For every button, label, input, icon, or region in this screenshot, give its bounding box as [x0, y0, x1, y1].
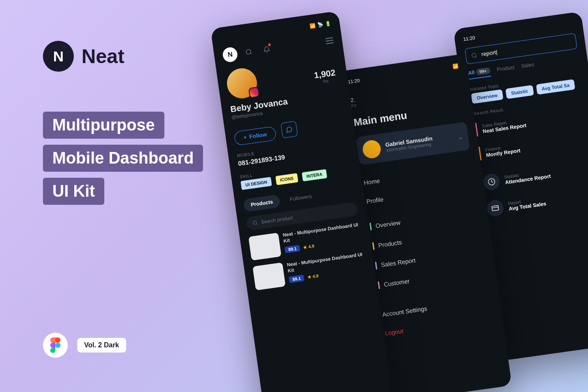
status-time: 11:20: [348, 77, 360, 84]
status-bar: 11:20 📶: [348, 64, 459, 85]
search-icon: [252, 220, 258, 226]
card-icon: [486, 199, 504, 217]
menu-indicator: [375, 262, 377, 270]
headline-line-1: Multipurpose: [43, 112, 164, 139]
search-placeholder: Search product: [261, 215, 293, 225]
brand-name: Neat: [82, 45, 124, 68]
search-input[interactable]: [481, 39, 571, 58]
tab-products[interactable]: Products: [243, 194, 280, 212]
topic-tag[interactable]: Statstic: [505, 85, 533, 99]
signal-icon: 📶: [452, 64, 459, 70]
search-icon: [471, 52, 478, 59]
status-time: 11:20: [463, 35, 476, 42]
bell-icon[interactable]: [259, 42, 274, 57]
clock-icon: [482, 173, 501, 191]
product-thumbnail: [252, 262, 285, 290]
figma-icon: [43, 333, 68, 358]
menu-indicator: [372, 242, 374, 250]
profile-avatar[interactable]: [225, 67, 259, 100]
chevron-down-icon[interactable]: ⌄: [457, 132, 464, 141]
user-avatar: [361, 139, 382, 159]
tab-all[interactable]: All 99+: [468, 67, 491, 79]
skill-tag[interactable]: UI DESIGN: [240, 177, 272, 190]
menu-icon[interactable]: [325, 37, 334, 44]
tab-followers[interactable]: Followers: [282, 189, 320, 207]
user-card[interactable]: Gabriel Samsudin Informathic Engineering…: [356, 122, 470, 165]
chat-button[interactable]: [281, 121, 298, 138]
search-icon[interactable]: [242, 45, 256, 59]
svg-point-1: [246, 49, 251, 55]
headline-line-2: Mobile Dashboard: [43, 145, 203, 172]
headline: Multipurpose Mobile Dashboard UI Kit: [43, 112, 203, 211]
follow-button[interactable]: +Follow: [233, 126, 276, 146]
instagram-badge-icon: [248, 87, 260, 98]
tab-sales[interactable]: Sales: [521, 61, 535, 72]
posts-stat: 1,902 Po: [313, 68, 336, 85]
svg-point-3: [472, 53, 476, 58]
svg-point-2: [253, 221, 257, 225]
wifi-icon: 📡: [317, 21, 324, 28]
phone-mockups: 📶 📡 🔋 N 1,902 Po Beby Jovanca @bebyjovan…: [208, 0, 588, 392]
volume-badge: Vol. 2 Dark: [77, 338, 126, 352]
status-icons: 📶 📡 🔋: [309, 21, 331, 29]
brand-header: N Neat: [43, 41, 124, 72]
battery-icon: 🔋: [325, 21, 332, 27]
tools-row: Vol. 2 Dark: [43, 333, 126, 358]
product-price: $9.1: [288, 274, 304, 283]
tab-product[interactable]: Product: [497, 64, 515, 75]
headline-line-3: UI Kit: [43, 178, 104, 205]
topic-tag[interactable]: Overview: [471, 89, 503, 104]
count-badge: 99+: [476, 67, 491, 75]
svg-point-0: [55, 343, 61, 348]
product-rating: ★ 4.9: [303, 243, 315, 249]
status-icons: 📶: [452, 64, 459, 70]
brand-logo: N: [43, 41, 74, 72]
product-thumbnail: [249, 233, 282, 261]
product-price: $9.1: [285, 245, 300, 253]
menu-indicator: [370, 223, 372, 231]
app-logo[interactable]: N: [222, 46, 238, 63]
skill-tag[interactable]: INTERA: [302, 169, 327, 182]
skill-tag[interactable]: ICONS: [275, 173, 298, 185]
plus-icon: +: [243, 134, 247, 141]
product-rating: ★ 4.9: [307, 273, 319, 279]
menu-indicator: [378, 281, 380, 289]
signal-icon: 📶: [309, 23, 316, 29]
